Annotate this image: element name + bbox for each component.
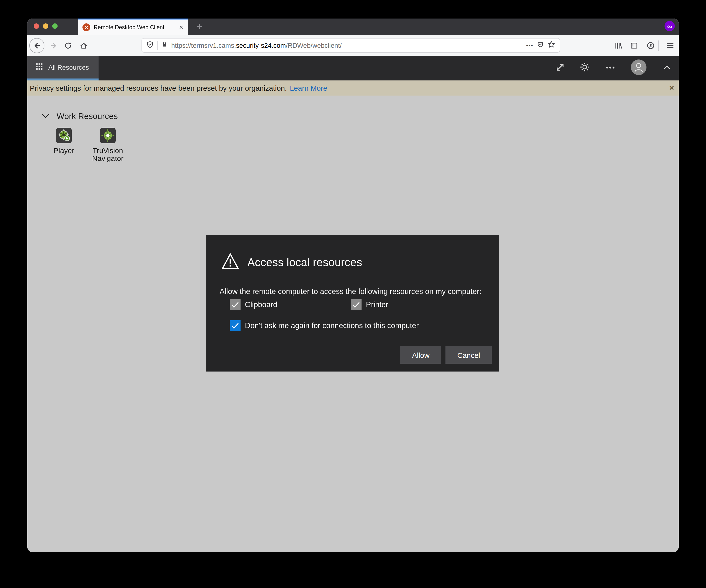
printer-checkbox[interactable]: Printer — [351, 299, 388, 310]
dialog-title-row: Access local resources — [221, 253, 362, 272]
toolbar-divider — [658, 40, 659, 51]
cancel-button[interactable]: Cancel — [446, 346, 492, 364]
menu-hamburger-icon[interactable] — [666, 41, 674, 50]
new-tab-button[interactable]: + — [193, 20, 206, 33]
dont-ask-again-checkbox-box[interactable] — [230, 320, 240, 331]
bookmark-star-icon[interactable] — [547, 40, 555, 50]
minimize-window-button[interactable] — [43, 24, 48, 29]
url-domain: security-s24.com — [236, 42, 286, 49]
dont-ask-again-checkbox-label: Don't ask me again for connections to th… — [245, 321, 419, 330]
chevron-down-icon[interactable] — [41, 112, 50, 121]
dont-ask-again-checkbox[interactable]: Don't ask me again for connections to th… — [230, 320, 419, 331]
close-window-button[interactable] — [34, 24, 39, 29]
warning-triangle-icon — [221, 253, 240, 272]
user-avatar[interactable] — [631, 59, 646, 75]
browser-toolbar: https://termsrv1.cams.security-s24.com/R… — [27, 35, 679, 56]
screen: Remote Desktop Web Client ✕ + ∞ — [0, 0, 706, 588]
tab-remote-desktop-web-client[interactable]: Remote Desktop Web Client ✕ — [78, 18, 188, 35]
printer-checkbox-label: Printer — [366, 300, 388, 309]
work-resources-header[interactable]: Work Resources — [41, 112, 118, 121]
browser-tab-bar: Remote Desktop Web Client ✕ + ∞ — [27, 18, 679, 35]
truvision-navigator-app-icon[interactable] — [100, 128, 116, 143]
clipboard-checkbox[interactable]: Clipboard — [230, 299, 277, 310]
pocket-icon[interactable] — [537, 41, 544, 50]
forward-button[interactable] — [50, 41, 58, 50]
tracking-protection-shield-icon[interactable] — [146, 41, 154, 50]
app-truvision-navigator[interactable]: TruVision Navigator — [85, 128, 130, 162]
dialog-message: Allow the remote computer to access the … — [220, 287, 481, 296]
settings-gear-icon[interactable] — [580, 62, 590, 72]
truvision-navigator-app-label: TruVision Navigator — [85, 147, 130, 162]
work-resources-title: Work Resources — [56, 112, 118, 121]
back-button[interactable] — [29, 38, 44, 53]
private-browsing-mask-icon: ∞ — [665, 21, 675, 31]
library-icon[interactable] — [614, 41, 623, 50]
app-player[interactable]: Player — [41, 128, 86, 155]
macos-window-controls — [34, 24, 57, 29]
remote-desktop-favicon — [82, 24, 90, 31]
allow-button[interactable]: Allow — [400, 346, 441, 364]
notice-close-icon[interactable]: ✕ — [669, 84, 674, 92]
more-options-icon[interactable]: ••• — [606, 64, 616, 71]
rdweb-navigation-bar: All Resources ••• — [27, 56, 679, 80]
sidebar-icon[interactable] — [630, 41, 638, 50]
account-icon[interactable] — [646, 41, 655, 50]
url-prefix: https://termsrv1.cams. — [171, 42, 236, 49]
urlbar-divider — [157, 41, 158, 50]
page-actions-icon[interactable]: ••• — [526, 42, 533, 48]
address-bar[interactable]: https://termsrv1.cams.security-s24.com/R… — [142, 38, 560, 53]
url-path: /RDWeb/webclient/ — [286, 42, 342, 49]
avatar-circle — [631, 59, 646, 75]
tab-close-icon[interactable]: ✕ — [179, 25, 184, 30]
privacy-notice-bar: Privacy settings for managed resources h… — [27, 80, 679, 95]
printer-checkbox-box[interactable] — [351, 299, 361, 310]
clipboard-checkbox-box[interactable] — [230, 299, 240, 310]
rdweb-toolbar-icons: ••• — [27, 56, 679, 79]
reload-button[interactable] — [64, 41, 72, 50]
zoom-window-button[interactable] — [52, 24, 57, 29]
home-button[interactable] — [80, 41, 88, 50]
lock-icon[interactable] — [161, 41, 168, 50]
learn-more-link[interactable]: Learn More — [290, 84, 327, 92]
dialog-buttons: Allow Cancel — [400, 346, 492, 364]
browser-window: Remote Desktop Web Client ✕ + ∞ — [27, 18, 679, 552]
collapse-chevron-up-icon[interactable] — [664, 65, 670, 70]
player-app-label: Player — [41, 147, 86, 155]
access-local-resources-dialog: Access local resources Allow the remote … — [206, 235, 499, 372]
tab-title: Remote Desktop Web Client — [94, 25, 175, 30]
url-text[interactable]: https://termsrv1.cams.security-s24.com/R… — [171, 42, 523, 49]
rdweb-content: Work Resources Player — [27, 95, 679, 552]
clipboard-checkbox-label: Clipboard — [245, 300, 277, 309]
privacy-notice-text: Privacy settings for managed resources h… — [30, 84, 287, 92]
player-app-icon[interactable] — [56, 128, 72, 143]
dialog-title: Access local resources — [247, 256, 362, 269]
fullscreen-expand-icon[interactable] — [555, 62, 565, 72]
